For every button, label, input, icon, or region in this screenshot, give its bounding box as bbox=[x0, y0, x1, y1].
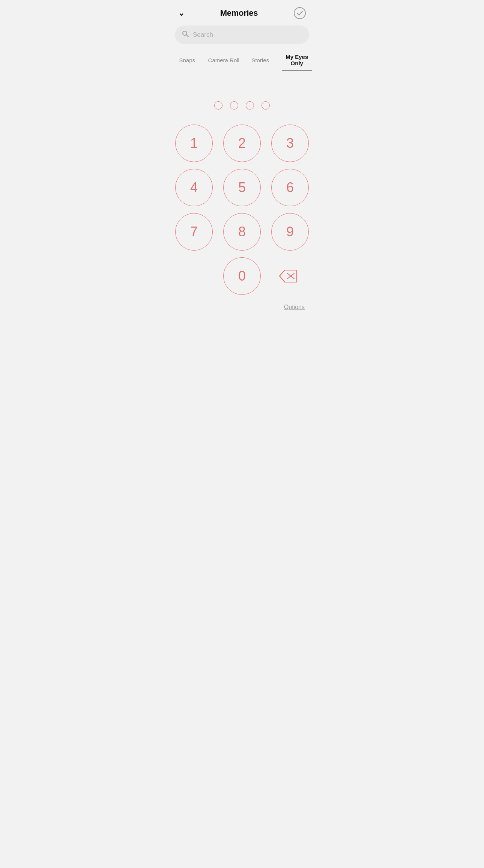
key-3[interactable]: 3 bbox=[271, 125, 309, 162]
tab-stories[interactable]: Stories bbox=[242, 53, 279, 68]
pin-dot-4 bbox=[262, 101, 270, 110]
tab-my-eyes-only[interactable]: My Eyes Only bbox=[279, 50, 316, 71]
pin-dot-3 bbox=[246, 101, 254, 110]
search-container: Search bbox=[169, 24, 315, 48]
key-6[interactable]: 6 bbox=[271, 169, 309, 206]
tab-snaps[interactable]: Snaps bbox=[169, 53, 206, 68]
pin-dot-1 bbox=[214, 101, 222, 110]
pin-dots-area bbox=[169, 71, 315, 125]
select-button[interactable] bbox=[293, 7, 306, 20]
key-9[interactable]: 9 bbox=[271, 213, 309, 251]
back-button[interactable]: ⌄ bbox=[178, 8, 185, 18]
key-2[interactable]: 2 bbox=[223, 125, 261, 162]
header: ⌄ Memories bbox=[169, 0, 315, 24]
options-button[interactable]: Options bbox=[284, 304, 305, 311]
keypad-row-4: 0 bbox=[180, 257, 304, 295]
tab-camera-roll[interactable]: Camera Roll bbox=[206, 53, 242, 68]
key-1[interactable]: 1 bbox=[175, 125, 213, 162]
pin-dot-2 bbox=[230, 101, 238, 110]
backspace-icon bbox=[278, 269, 298, 284]
key-4[interactable]: 4 bbox=[175, 169, 213, 206]
keypad-row-1: 1 2 3 bbox=[180, 125, 304, 162]
key-empty bbox=[180, 257, 213, 295]
search-icon bbox=[182, 30, 189, 39]
svg-point-0 bbox=[294, 8, 305, 19]
keypad-row-3: 7 8 9 bbox=[180, 213, 304, 251]
keypad: 1 2 3 4 5 6 7 8 9 0 bbox=[169, 125, 315, 295]
page-title: Memories bbox=[220, 8, 258, 18]
options-area: Options bbox=[169, 295, 315, 318]
tabs-bar: Snaps Camera Roll Stories My Eyes Only bbox=[169, 48, 315, 71]
backspace-button[interactable] bbox=[271, 257, 304, 295]
svg-line-2 bbox=[186, 35, 188, 37]
search-placeholder: Search bbox=[193, 31, 213, 39]
key-7[interactable]: 7 bbox=[175, 213, 213, 251]
key-5[interactable]: 5 bbox=[223, 169, 261, 206]
search-bar[interactable]: Search bbox=[175, 26, 309, 44]
keypad-row-2: 4 5 6 bbox=[180, 169, 304, 206]
key-8[interactable]: 8 bbox=[223, 213, 261, 251]
key-0[interactable]: 0 bbox=[223, 257, 261, 295]
